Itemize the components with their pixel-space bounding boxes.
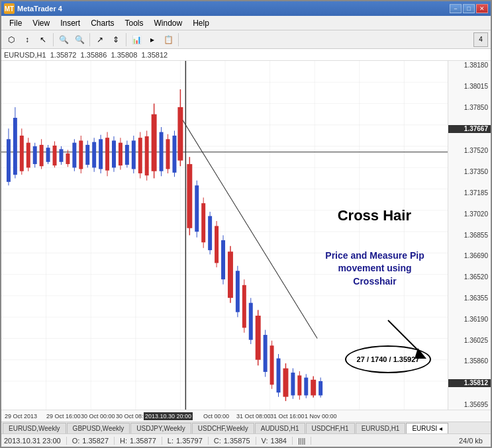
maximize-button[interactable]: □	[463, 4, 475, 13]
price-level-15: 1.35695	[448, 402, 491, 408]
price-level-14: 1.35860	[448, 358, 491, 365]
chart-info-bar: EURUSD,H1 1.35872 1.35886 1.35808 1.3581…	[1, 49, 491, 61]
period-button[interactable]: ▸	[145, 32, 160, 47]
menu-tools[interactable]: Tools	[120, 17, 149, 29]
price-level-8: 1.36855	[448, 232, 491, 239]
time-axis: 29 Oct 2013 29 Oct 16:00 30 Oct 00:00 30…	[1, 410, 491, 422]
status-kb: 24/0 kb	[459, 437, 488, 445]
toolbar-btn-3[interactable]: ↖	[36, 32, 50, 47]
status-high: H: 1.35877	[120, 437, 162, 445]
time-label-2: 29 Oct 16:00	[46, 413, 81, 420]
toolbar-sep-1	[53, 33, 54, 46]
pip-annotation: Price and Measure Pip movement using Cro…	[315, 249, 434, 289]
price-level-2: 1.38015	[448, 83, 491, 90]
tab-audusd-h1[interactable]: AUDUSD,H1	[255, 423, 305, 433]
price-level-1: 1.38180	[448, 62, 491, 69]
last-price-label: 1.35812	[448, 379, 491, 387]
chart-area: EURUSD,H1 1.35872 1.35886 1.35808 1.3581…	[1, 49, 491, 422]
time-label-6: 31 Oct 08:00	[236, 413, 271, 420]
tab-eurusd-h1[interactable]: EURUSD,H1	[356, 423, 406, 433]
time-label-3: 30 Oct 00:00	[81, 413, 115, 420]
tab-usdchf-h1[interactable]: USDCHF,H1	[306, 423, 355, 433]
status-low: L: 1.35797	[168, 437, 209, 445]
close-button[interactable]: ✕	[476, 4, 488, 13]
toolbar-btn-1[interactable]: ⬡	[4, 32, 19, 47]
current-price-label: 1.37667	[448, 125, 491, 133]
measurement-circle: 27 / 1740 / 1.35927	[345, 345, 431, 373]
toolbar-right-btn[interactable]: 4	[473, 32, 488, 47]
chart-container[interactable]: 1.38180 1.38015 1.37850 1.37667 1.37520 …	[1, 61, 491, 410]
tab-eurusi[interactable]: EURUSI ◂	[406, 423, 448, 433]
price-level-11: 1.36355	[448, 295, 491, 302]
chart-symbol: EURUSD,H1 1.35872 1.35886 1.35808 1.3581…	[4, 51, 168, 59]
price-level-3: 1.37850	[448, 105, 491, 111]
title-bar: MT MetaTrader 4 − □ ✕	[1, 1, 491, 16]
title-bar-left: MT MetaTrader 4	[4, 3, 62, 14]
toolbar-btn-7[interactable]: ⇕	[109, 32, 123, 47]
time-label-1: 29 Oct 2013	[5, 413, 37, 420]
status-volume: V: 1384	[262, 437, 293, 445]
menu-view[interactable]: View	[27, 17, 55, 29]
menu-insert[interactable]: Insert	[55, 17, 85, 29]
tab-usdchf-weekly[interactable]: USDCHF,Weekly	[192, 423, 254, 433]
crosshair-annotation: Cross Hair	[338, 207, 411, 224]
tab-usdjpy-weekly[interactable]: USDJPY,Weekly	[130, 423, 191, 433]
menu-window[interactable]: Window	[149, 17, 188, 29]
status-datetime: 2013.10.31 23:00	[4, 437, 67, 445]
price-level-7: 1.37020	[448, 211, 491, 218]
price-level-4: 1.37520	[448, 148, 491, 154]
status-bar: 2013.10.31 23:00 O: 1.35827 H: 1.35877 L…	[1, 433, 491, 447]
price-level-6: 1.37185	[448, 190, 491, 197]
price-level-10: 1.36520	[448, 274, 491, 281]
menu-file[interactable]: File	[4, 17, 27, 29]
tab-bar: EURUSD,Weekly GBPUSD,Weekly USDJPY,Weekl…	[1, 422, 491, 433]
price-axis: 1.38180 1.38015 1.37850 1.37667 1.37520 …	[448, 61, 491, 410]
zoom-out-button[interactable]: 🔍	[72, 32, 87, 47]
chart-type-button[interactable]: 📊	[129, 32, 144, 47]
toolbar-sep-3	[126, 33, 126, 46]
price-level-13: 1.36025	[448, 337, 491, 344]
toolbar-btn-2[interactable]: ↕	[20, 32, 34, 47]
time-label-8: 1 Nov 00:00	[305, 413, 337, 420]
time-label-7: 31 Oct 16:00	[270, 413, 305, 420]
template-button[interactable]: 📋	[161, 32, 175, 47]
window-title: MetaTrader 4	[17, 5, 62, 13]
toolbar-sep-4	[178, 33, 179, 46]
app-icon: MT	[4, 3, 15, 14]
toolbar: ⬡ ↕ ↖ 🔍 🔍 ↗ ⇕ 📊 ▸ 📋 4	[1, 30, 491, 49]
status-open: O: 1.35827	[72, 437, 115, 445]
tab-eurusd-weekly[interactable]: EURUSD,Weekly	[3, 423, 66, 433]
menu-help[interactable]: Help	[187, 17, 215, 29]
menu-bar: File View Insert Charts Tools Window Hel…	[1, 16, 491, 30]
status-close: C: 1.35875	[214, 437, 256, 445]
menu-charts[interactable]: Charts	[85, 17, 119, 29]
tab-gbpusd-weekly[interactable]: GBPUSD,Weekly	[67, 423, 130, 433]
time-label-highlighted: 2013.10.30 20:00	[144, 412, 193, 420]
zoom-in-button[interactable]: 🔍	[56, 32, 71, 47]
price-level-5: 1.37350	[448, 169, 491, 175]
status-bars: ||||	[298, 437, 311, 445]
toolbar-btn-6[interactable]: ↗	[93, 32, 107, 47]
price-level-12: 1.36190	[448, 316, 491, 323]
price-level-9: 1.36690	[448, 253, 491, 259]
window-controls: − □ ✕	[450, 4, 488, 13]
time-label-5: Oct 00:00	[203, 413, 229, 420]
toolbar-sep-2	[89, 33, 90, 46]
minimize-button[interactable]: −	[450, 4, 462, 13]
main-window: MT MetaTrader 4 − □ ✕ File View Insert C…	[0, 0, 492, 448]
